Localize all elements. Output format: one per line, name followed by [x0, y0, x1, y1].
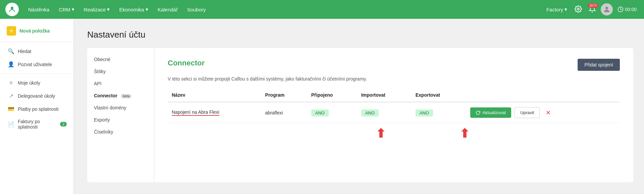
factory-menu[interactable]: Factory ▾: [544, 4, 570, 14]
nav-nastенka[interactable]: Nástěnka: [24, 4, 53, 15]
sidebar-item-pozvat[interactable]: 👤 Pozvat uživatele: [0, 58, 73, 71]
cell-exportovat: ANO: [412, 102, 466, 123]
importovat-badge: ANO: [361, 109, 379, 116]
logo[interactable]: [5, 3, 19, 16]
sidebar-item-moje-ukoly[interactable]: ≡ Moje úkoly: [0, 77, 73, 89]
col-pripojeno: Připojeno: [307, 90, 357, 102]
col-nazev: Název: [168, 90, 261, 102]
settings-nav-obecne[interactable]: Obecné: [87, 53, 154, 65]
avatar[interactable]: [601, 3, 613, 15]
nav-links: Nástěnka CRM ▾ Realizace ▾ Ekonomika ▾ K…: [24, 4, 544, 15]
pridat-spojeni-button[interactable]: Přidat spojení: [578, 59, 620, 71]
cell-pripojeno: ANO: [307, 102, 357, 123]
search-icon: 🔍: [8, 48, 14, 54]
top-navigation: Nástěnka CRM ▾ Realizace ▾ Ekonomika ▾ K…: [0, 0, 644, 19]
chevron-down-icon: ▾: [146, 6, 148, 12]
connector-title: Connector: [168, 59, 205, 67]
sidebar-item-hledat[interactable]: 🔍 Hledat: [0, 45, 73, 58]
table-header-row: Název Program Připojeno Importovat Expor…: [168, 90, 620, 102]
page-title: Nastavení účtu: [87, 30, 633, 40]
sidebar: + Nová položka 🔍 Hledat 👤 Pozvat uživate…: [0, 19, 74, 194]
nazev-text: Napojení na Abra Flexi: [172, 109, 219, 116]
svg-point-2: [605, 7, 608, 9]
settings-nav-connector[interactable]: Connector beta: [87, 90, 154, 102]
sidebar-divider-2: [0, 74, 73, 74]
list-icon: ≡: [8, 80, 14, 86]
svg-point-0: [11, 7, 13, 9]
connector-title-block: Connector: [168, 59, 205, 67]
settings-layout: Obecné Štítky API Connector beta Vlastní…: [87, 48, 633, 182]
file-text-icon: 📄: [8, 121, 14, 128]
col-program: Program: [261, 90, 307, 102]
nav-ekonomika[interactable]: Ekonomika ▾: [115, 4, 152, 15]
main-layout: + Nová položka 🔍 Hledat 👤 Pozvat uživate…: [0, 19, 644, 194]
connector-header: Connector Přidat spojení: [168, 59, 620, 71]
row-actions: Aktualizovat Upravit ✕: [470, 107, 616, 118]
svg-point-1: [577, 8, 579, 10]
beta-badge: beta: [121, 94, 132, 98]
pripojeno-badge: ANO: [311, 109, 329, 116]
aktualizovat-button[interactable]: Aktualizovat: [470, 107, 511, 118]
settings-nav-domeny[interactable]: Vlastní domény: [87, 102, 154, 114]
connector-panel: Connector Přidat spojení V této sekci si…: [154, 48, 633, 182]
nav-crm[interactable]: CRM ▾: [55, 4, 78, 15]
settings-nav: Obecné Štítky API Connector beta Vlastní…: [87, 48, 154, 182]
plus-icon: +: [7, 26, 16, 36]
settings-button[interactable]: [573, 3, 584, 16]
share-icon: ↗: [8, 93, 14, 99]
settings-nav-stitky[interactable]: Štítky: [87, 65, 154, 78]
nav-realizace[interactable]: Realizace ▾: [80, 4, 114, 15]
cell-nazev: Napojení na Abra Flexi: [168, 102, 261, 123]
nav-soubory[interactable]: Soubory: [183, 4, 210, 15]
chevron-down-icon: ▾: [565, 6, 567, 12]
credit-card-icon: 💳: [8, 106, 14, 112]
user-plus-icon: 👤: [8, 61, 14, 67]
main-content: Nastavení účtu Obecné Štítky API Connect…: [74, 19, 644, 194]
connector-table: Název Program Připojeno Importovat Expor…: [168, 90, 620, 123]
sidebar-divider: [0, 42, 73, 42]
topnav-right: Factory ▾ 2674: [544, 3, 639, 16]
arrow-indicators: ⬆ ⬆: [168, 127, 620, 141]
cell-program: abraflexi: [261, 102, 307, 123]
delete-button[interactable]: ✕: [543, 108, 553, 118]
exportovat-badge: ANO: [416, 109, 433, 116]
new-item-button[interactable]: + Nová položka: [0, 23, 73, 39]
settings-nav-cis[interactable]: Číselníky: [87, 126, 154, 138]
cell-importovat: ANO: [357, 102, 412, 123]
faktury-badge: 2: [60, 122, 67, 127]
chevron-down-icon: ▾: [72, 6, 74, 12]
chevron-down-icon: ▾: [107, 6, 110, 12]
arrow-aktualizovat: ⬆: [376, 127, 386, 141]
notifications-button[interactable]: 2674: [587, 3, 598, 16]
upravit-button[interactable]: Upravit: [515, 107, 540, 118]
col-importovat: Importovat: [357, 90, 412, 102]
settings-nav-exporty[interactable]: Exporty: [87, 114, 154, 126]
table-row: Napojení na Abra Flexi abraflexi ANO ANO…: [168, 102, 620, 123]
col-actions: [466, 90, 620, 102]
timer-display[interactable]: 00:00: [615, 4, 639, 14]
nav-kalendar[interactable]: Kalendář: [154, 4, 182, 15]
connector-description: V této sekci si můžete propojit Caflou s…: [168, 76, 620, 82]
settings-nav-api[interactable]: API: [87, 78, 154, 90]
sidebar-item-platby[interactable]: 💳 Platby po splatnosti: [0, 102, 73, 115]
notification-count-badge: 2674: [588, 3, 598, 8]
sidebar-item-delegovane[interactable]: ↗ Delegované úkoly: [0, 89, 73, 102]
sidebar-item-faktury[interactable]: 📄 Faktury po splatnosti 2: [0, 115, 73, 133]
arrow-upravit: ⬆: [460, 127, 470, 141]
col-exportovat: Exportovat: [412, 90, 466, 102]
refresh-icon: [476, 110, 480, 115]
cell-actions: Aktualizovat Upravit ✕: [466, 102, 620, 123]
